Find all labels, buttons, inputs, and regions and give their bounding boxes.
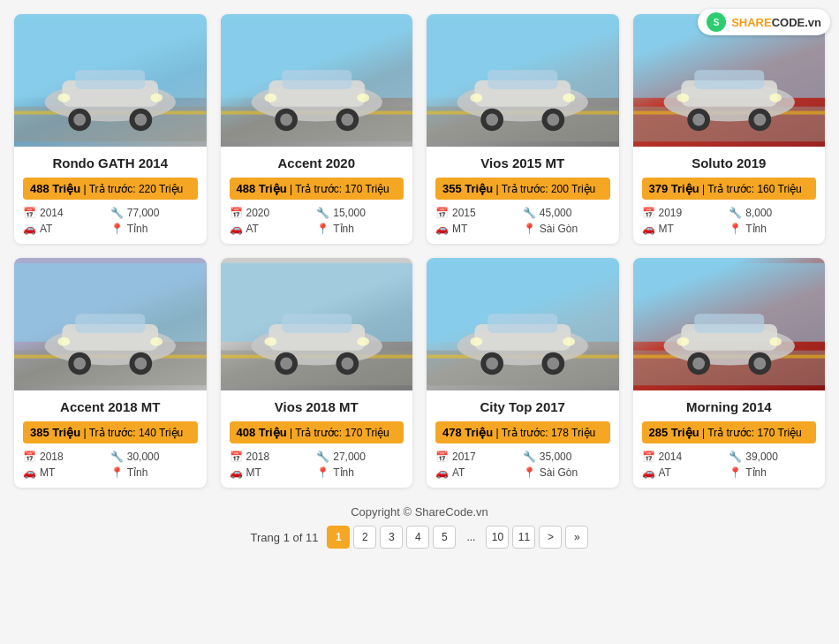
card-details-soluto-2019: 📅 2019 🔧 8,000 🚗 MT 📍 Tỉnh — [642, 207, 817, 235]
svg-point-45 — [753, 114, 766, 126]
card-details-vios-2018-mt: 📅 2018 🔧 27,000 🚗 MT 📍 Tỉnh — [230, 451, 404, 479]
card-details-accent-2018-mt: 📅 2018 🔧 30,000 🚗 MT 📍 Tỉnh — [23, 451, 198, 479]
svg-point-83 — [563, 337, 575, 346]
mileage-item: 🔧 15,000 — [316, 207, 404, 219]
car-name-morning-2014: Morning 2014 — [642, 399, 817, 414]
location-icon: 📍 — [316, 466, 329, 479]
svg-point-69 — [341, 358, 353, 370]
svg-point-43 — [692, 114, 705, 126]
mileage-value: 39,000 — [745, 451, 778, 463]
transmission-value: MT — [659, 223, 674, 235]
svg-rect-53 — [75, 314, 145, 333]
car-card-accent-2018-mt[interactable]: Accent 2018 MT 385 Triệu | Trả trước: 14… — [14, 258, 207, 488]
calendar-icon: 📅 — [435, 207, 449, 219]
page-btn-2-1[interactable]: 2 — [353, 526, 376, 549]
svg-rect-41 — [694, 70, 764, 89]
year-item: 📅 2017 — [435, 451, 523, 463]
page-btn-5-4[interactable]: 5 — [433, 526, 456, 549]
car-image-morning-2014 — [633, 258, 826, 390]
car-name-vios-2015-mt: Vios 2015 MT — [435, 155, 610, 170]
price-bar-accent-2018-mt: 385 Triệu | Trả trước: 140 Triệu — [23, 421, 198, 443]
car-card-city-top-2017[interactable]: City Top 2017 478 Triệu | Trả trước: 178… — [427, 258, 619, 488]
car-card-soluto-2019[interactable]: Soluto 2019 379 Triệu | Trả trước: 160 T… — [633, 14, 826, 244]
year-value: 2018 — [246, 451, 270, 463]
svg-rect-65 — [282, 314, 351, 333]
year-item: 📅 2018 — [23, 451, 110, 463]
svg-point-79 — [486, 358, 498, 370]
car-image-accent-2018-mt — [14, 258, 207, 390]
calendar-icon: 📅 — [642, 451, 655, 463]
svg-point-11 — [150, 94, 163, 102]
calendar-icon: 📅 — [23, 207, 36, 219]
location-icon: 📍 — [110, 223, 124, 235]
location-item: 📍 Tỉnh — [729, 223, 816, 235]
svg-point-10 — [57, 94, 70, 102]
car-icon: 🚗 — [642, 466, 655, 479]
card-body-city-top-2017: City Top 2017 478 Triệu | Trả trước: 178… — [427, 390, 619, 488]
mileage-item: 🔧 77,000 — [110, 207, 198, 219]
transmission-value: MT — [40, 466, 55, 479]
calendar-icon: 📅 — [435, 451, 449, 463]
page-btn--8[interactable]: > — [539, 526, 562, 549]
page-btn--9[interactable]: » — [565, 526, 588, 549]
mileage-value: 15,000 — [333, 207, 366, 219]
car-card-rondo-gath-2014[interactable]: Rondo GATH 2014 488 Triệu | Trả trước: 2… — [14, 14, 207, 244]
year-value: 2017 — [452, 451, 476, 463]
svg-point-19 — [280, 114, 292, 126]
year-item: 📅 2014 — [23, 207, 110, 219]
car-icon: 🚗 — [230, 466, 243, 479]
year-value: 2019 — [659, 207, 683, 219]
svg-point-70 — [264, 337, 276, 346]
card-body-accent-2020: Accent 2020 488 Triệu | Trả trước: 170 T… — [221, 147, 413, 244]
card-body-soluto-2019: Soluto 2019 379 Triệu | Trả trước: 160 T… — [633, 147, 826, 244]
page-btn-10-6[interactable]: 10 — [486, 526, 509, 549]
car-icon: 🚗 — [435, 223, 449, 235]
price-bar-soluto-2019: 379 Triệu | Trả trước: 160 Triệu — [642, 178, 817, 200]
watermark-logo-area: S SHARECODE.vn — [698, 9, 830, 35]
card-details-city-top-2017: 📅 2017 🔧 35,000 🚗 AT 📍 Sài Gòn — [435, 451, 610, 479]
price-bar-vios-2018-mt: 408 Triệu | Trả trước: 170 Triệu — [230, 421, 404, 443]
transmission-item: 🚗 MT — [230, 466, 317, 479]
pagination-label: Trang 1 of 11 — [251, 531, 319, 544]
location-value: Tỉnh — [127, 223, 148, 235]
calendar-icon: 📅 — [642, 207, 655, 219]
svg-point-82 — [470, 337, 482, 346]
car-card-vios-2015-mt[interactable]: Vios 2015 MT 355 Triệu | Trả trước: 200 … — [427, 14, 619, 244]
svg-point-58 — [57, 337, 70, 346]
page-btn-11-7[interactable]: 11 — [512, 526, 535, 549]
car-icon: 🚗 — [435, 466, 449, 479]
car-card-accent-2020[interactable]: Accent 2020 488 Triệu | Trả trước: 170 T… — [221, 14, 413, 244]
mileage-value: 27,000 — [333, 451, 366, 463]
watermark-logo-icon: S — [707, 12, 726, 32]
transmission-item: 🚗 MT — [642, 223, 729, 235]
page-btn-1-0[interactable]: 1 — [327, 526, 350, 549]
car-card-morning-2014[interactable]: Morning 2014 285 Triệu | Trả trước: 170 … — [633, 258, 826, 488]
location-icon: 📍 — [523, 466, 536, 479]
year-item: 📅 2014 — [642, 451, 729, 463]
location-value: Tỉnh — [745, 466, 767, 479]
mileage-item: 🔧 39,000 — [729, 451, 816, 463]
location-item: 📍 Tỉnh — [110, 466, 198, 479]
footer: Copyright © ShareCode.vn Trang 1 of 11 1… — [14, 505, 825, 557]
page-btn-3-2[interactable]: 3 — [380, 526, 403, 549]
year-value: 2018 — [40, 451, 64, 463]
transmission-item: 🚗 MT — [23, 466, 110, 479]
svg-point-34 — [470, 94, 482, 102]
year-item: 📅 2019 — [642, 207, 729, 219]
location-icon: 📍 — [316, 223, 329, 235]
year-value: 2015 — [452, 207, 476, 219]
svg-rect-5 — [75, 70, 145, 89]
speedometer-icon: 🔧 — [523, 207, 536, 219]
svg-point-23 — [357, 94, 369, 102]
price-bar-city-top-2017: 478 Triệu | Trả trước: 178 Triệu — [435, 421, 610, 443]
car-icon: 🚗 — [642, 223, 655, 235]
svg-rect-17 — [282, 70, 351, 89]
page-btn-4-3[interactable]: 4 — [406, 526, 429, 549]
svg-point-57 — [134, 358, 147, 370]
location-value: Tỉnh — [127, 466, 148, 479]
car-name-soluto-2019: Soluto 2019 — [642, 155, 817, 170]
location-icon: 📍 — [729, 466, 742, 479]
car-card-vios-2018-mt[interactable]: Vios 2018 MT 408 Triệu | Trả trước: 170 … — [221, 258, 413, 488]
mileage-value: 77,000 — [127, 207, 160, 219]
svg-point-59 — [150, 337, 163, 346]
